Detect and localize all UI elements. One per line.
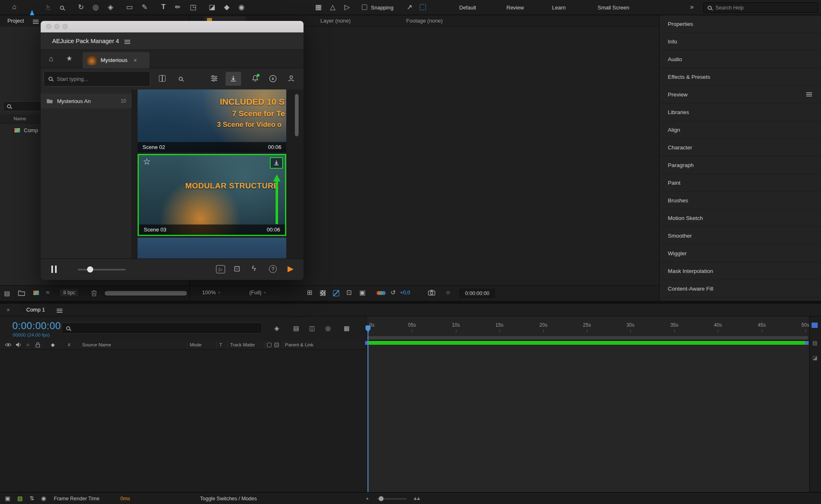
panel-mask-interpolation[interactable]: Mask Interpolation — [660, 262, 821, 280]
viewer-timecode[interactable]: 0:00:00:00 — [459, 289, 495, 298]
aejuice-search-input[interactable] — [57, 76, 145, 82]
preview-slider-track[interactable] — [78, 269, 126, 270]
panel-properties[interactable]: Properties — [660, 15, 821, 33]
workspace-default[interactable]: Default — [459, 5, 476, 11]
toggle-switches-modes-button[interactable]: Toggle Switches / Modes — [200, 496, 257, 502]
close-panel-icon[interactable]: × — [7, 307, 10, 313]
workspace-review[interactable]: Review — [506, 5, 524, 11]
zoom-in-mountain-icon[interactable]: ▲▲ — [413, 496, 419, 501]
scene03-download-button[interactable] — [270, 157, 283, 169]
project-panel-title[interactable]: Project — [7, 18, 24, 24]
mode-column-header[interactable]: Mode — [190, 342, 202, 347]
timeline-scroll-handle[interactable] — [812, 323, 818, 328]
magnification-dropdown[interactable]: 100%▾ — [202, 289, 220, 296]
notifications-bell-icon[interactable] — [252, 75, 259, 82]
panel-smoother[interactable]: Smoother — [660, 227, 821, 245]
zoom-out-mountain-icon[interactable]: ▲ — [366, 497, 369, 500]
home-icon[interactable]: ⌂ — [8, 3, 21, 11]
time-navigator-bar[interactable] — [367, 336, 808, 339]
workspace-overflow-icon[interactable]: » — [690, 3, 694, 11]
frame-blending-icon[interactable]: ◫ — [309, 325, 315, 331]
exposure-value[interactable]: +0,0 — [400, 290, 410, 296]
snapping-checkbox[interactable] — [362, 5, 367, 10]
folder-item-mysterious[interactable]: Mysterious An 10 — [41, 94, 132, 108]
rotate-tool-icon[interactable]: ↻ — [75, 3, 87, 11]
resolution-dropdown[interactable]: (Full)▾ — [249, 289, 266, 296]
pen-tool-icon[interactable]: ✎ — [138, 3, 151, 11]
gutter-icon-a[interactable]: ▤ — [812, 340, 817, 346]
minimize-window-button[interactable] — [54, 24, 60, 29]
work-area-end-handle[interactable] — [805, 341, 809, 345]
transfer-controls-icon[interactable]: ⇅ — [30, 495, 34, 501]
eraser-tool-icon[interactable]: ◪ — [206, 3, 218, 11]
timeline-search-input[interactable] — [74, 325, 258, 331]
project-panel-menu-icon[interactable] — [33, 20, 39, 24]
source-name-column-header[interactable]: Source Name — [82, 342, 111, 347]
audio-icon[interactable] — [16, 342, 21, 348]
quick-actions-lightning-icon[interactable]: ϟ — [252, 264, 256, 272]
help-search-box[interactable] — [703, 2, 818, 13]
trash-icon[interactable] — [91, 290, 97, 296]
project-flowchart-icon[interactable]: ▤ — [4, 290, 10, 296]
composition-mini-flowchart-icon[interactable]: ◈ — [274, 325, 279, 331]
panel-info[interactable]: Info — [660, 33, 821, 50]
draft-3d-icon[interactable]: ▤ — [293, 325, 299, 331]
timeline-search-box[interactable] — [62, 323, 262, 334]
close-tab-icon[interactable]: × — [133, 57, 137, 64]
eye-icon[interactable] — [5, 342, 11, 347]
aejuice-home-icon[interactable]: ⌂ — [49, 55, 53, 62]
panel-audio[interactable]: Audio — [660, 50, 821, 68]
aejuice-search-box[interactable] — [44, 71, 150, 87]
reset-exposure-icon[interactable]: ↺ — [391, 289, 396, 296]
panel-align[interactable]: Align — [660, 121, 821, 139]
gutter-icon-b[interactable]: ◪ — [812, 355, 817, 360]
panel-motion-sketch[interactable]: Motion Sketch — [660, 209, 821, 227]
timeline-panel-menu-icon[interactable] — [57, 309, 62, 313]
track-lanes-area[interactable] — [366, 345, 809, 492]
type-tool-icon[interactable]: T — [157, 3, 170, 11]
account-person-icon[interactable] — [287, 75, 295, 82]
panel-wiggler[interactable]: Wiggler — [660, 245, 821, 262]
new-folder-icon[interactable] — [18, 290, 25, 296]
tab-layer[interactable]: Layer (none) — [320, 18, 351, 24]
scene-list-scrollbar[interactable] — [295, 94, 299, 136]
preview-panel-menu-icon[interactable] — [806, 92, 812, 96]
snap-box-icon[interactable] — [420, 4, 426, 10]
current-timecode[interactable]: 0:00:00:00 — [12, 320, 61, 332]
preview-slider-knob[interactable] — [87, 266, 93, 273]
collapse-toggle-icon[interactable] — [274, 343, 279, 347]
choose-grid-icon[interactable]: ⊞ — [307, 289, 312, 296]
panel-libraries[interactable]: Libraries — [660, 103, 821, 121]
playhead-line[interactable] — [368, 332, 368, 492]
pan-behind-tool-icon[interactable]: ◈ — [104, 3, 117, 11]
project-scrollbar[interactable] — [105, 291, 187, 296]
aejuice-favorites-icon[interactable]: ★ — [66, 55, 72, 62]
new-composition-icon[interactable] — [33, 290, 39, 296]
panel-content-aware-fill[interactable]: Content-Aware Fill — [660, 280, 821, 298]
tab-footage[interactable]: Footage (none) — [406, 18, 443, 24]
snap-angle-icon[interactable]: ↗ — [403, 3, 416, 11]
panel-effects-presets[interactable]: Effects & Presets — [660, 68, 821, 86]
t-column-header[interactable]: T — [219, 342, 222, 347]
work-area-bar[interactable] — [367, 341, 808, 345]
motion-blur-icon[interactable]: ◎ — [325, 325, 331, 331]
solo-icon[interactable]: ○ — [26, 342, 29, 347]
aejuice-titlebar[interactable] — [41, 21, 304, 32]
track-matte-column-header[interactable]: Track Matte — [230, 342, 255, 347]
timeline-tab-comp1[interactable]: Comp 1 — [26, 307, 45, 313]
filters-icon[interactable] — [211, 75, 218, 82]
play-preview-icon[interactable]: ▷ — [216, 265, 225, 273]
timeline-zoom-slider-knob[interactable] — [379, 496, 384, 501]
favorite-star-icon[interactable]: ☆ — [143, 157, 151, 167]
panel-character[interactable]: Character — [660, 139, 821, 156]
transparency-grid-icon[interactable] — [320, 290, 326, 296]
aejuice-pack-tab[interactable]: Mysterious × — [83, 52, 149, 68]
expand-layers-icon[interactable]: ▣ — [5, 495, 10, 501]
panel-preview[interactable]: Preview — [660, 86, 821, 103]
shy-toggle-icon[interactable] — [267, 343, 271, 347]
workspace-small-screen[interactable]: Small Screen — [598, 5, 629, 11]
downloads-tab-icon[interactable] — [225, 72, 241, 86]
shape-tool-icon[interactable]: ▭ — [123, 3, 136, 11]
show-snapshot-icon[interactable]: ○ — [446, 289, 450, 296]
interpret-footage-icon[interactable]: ≈ — [46, 289, 50, 296]
